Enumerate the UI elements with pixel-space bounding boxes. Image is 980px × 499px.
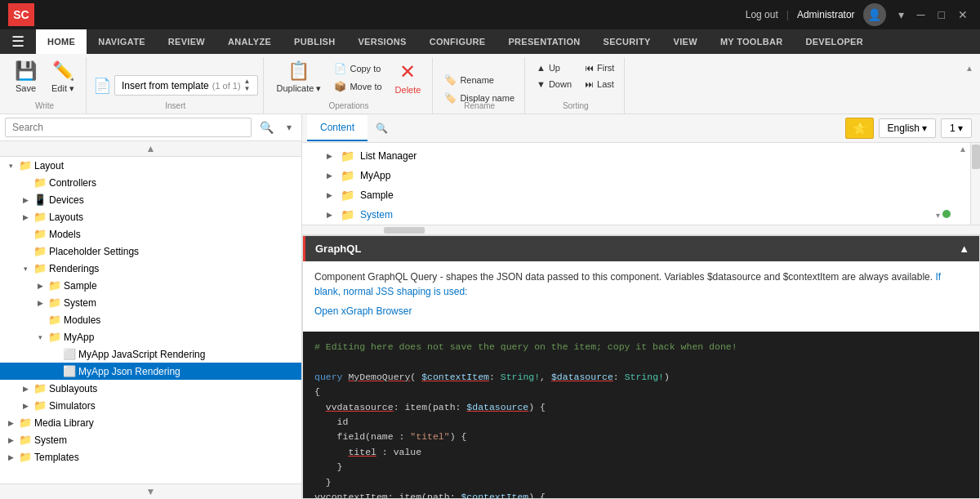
minimize-button[interactable]: ─: [913, 7, 929, 23]
nav-home[interactable]: HOME: [36, 29, 87, 54]
tree-item-myapp-json[interactable]: ⬜ MyApp Json Rendering: [0, 363, 301, 380]
nav-my-toolbar[interactable]: MY TOOLBAR: [709, 29, 795, 54]
save-label: Save: [16, 83, 36, 93]
code-comment: # Editing here does not save the query o…: [314, 341, 737, 352]
tree-item-layout[interactable]: ▾ 📁 Layout: [0, 157, 301, 174]
tree-icon-layouts: 📁: [33, 211, 47, 223]
nav-configure[interactable]: CONFIGURE: [418, 29, 497, 54]
code-inner-brace-close: }: [314, 461, 343, 472]
maximize-button[interactable]: □: [934, 7, 949, 23]
first-button[interactable]: ⏮ First: [580, 60, 619, 75]
code-vvcontextitem: vvcontextItem: item(path: $contextItem) …: [314, 492, 546, 498]
down-button[interactable]: ▼ Down: [532, 77, 577, 91]
open-xgraph-browser-link[interactable]: Open xGraph Browser: [314, 305, 412, 317]
ribbon-nav: ☰ HOME NAVIGATE REVIEW ANALYZE PUBLISH V…: [0, 29, 980, 54]
last-button[interactable]: ⏭ Last: [580, 77, 619, 91]
content-item-myapp[interactable]: ▶ 📁 MyApp: [302, 166, 970, 185]
move-to-icon: 📦: [334, 81, 346, 92]
tree-item-controllers[interactable]: 📁 Controllers: [0, 174, 301, 191]
tree-icon-system-root: 📁: [19, 434, 32, 446]
tree-label-myapp: MyApp: [64, 332, 94, 343]
content-item-system[interactable]: ▶ 📁 System ▾: [302, 205, 970, 225]
label-sample-content: Sample: [360, 189, 394, 201]
search-dropdown-button[interactable]: ▾: [282, 118, 296, 136]
tree-item-layouts[interactable]: ▶ 📁 Layouts: [0, 208, 301, 225]
tree-label-templates: Templates: [34, 452, 79, 463]
arrow-down-icon[interactable]: ▼: [244, 86, 251, 92]
tree-label-layout: Layout: [34, 160, 64, 172]
insert-arrows[interactable]: ▲ ▼: [244, 78, 251, 92]
star-button[interactable]: ⭐: [845, 118, 874, 139]
graphql-editor[interactable]: # Editing here does not save the query o…: [303, 332, 979, 498]
insert-from-template-box[interactable]: Insert from template (1 of 1) ▲ ▼: [114, 75, 258, 96]
dropdown-arrow-icon[interactable]: ▾: [894, 7, 908, 23]
tree-scroll-down[interactable]: ▼: [0, 483, 301, 499]
delete-label: Delete: [395, 85, 421, 95]
graphql-collapse-icon[interactable]: ▲: [959, 243, 969, 255]
tree-label-system: System: [64, 297, 96, 309]
tree-scroll-up[interactable]: ▲: [0, 141, 301, 157]
tree-label-sample: Sample: [64, 280, 97, 292]
content-item-sample[interactable]: ▶ 📁 Sample: [302, 185, 970, 205]
page-selector[interactable]: 1 ▾: [941, 118, 972, 138]
tree-item-system-root[interactable]: ▶ 📁 System: [0, 431, 301, 448]
tree-item-sublayouts[interactable]: ▶ 📁 Sublayouts: [0, 380, 301, 397]
nav-navigate[interactable]: NAVIGATE: [87, 29, 157, 54]
up-icon: ▲: [537, 63, 546, 73]
copy-to-button[interactable]: 📄 Copy to: [329, 60, 386, 77]
save-button[interactable]: 💾 Save: [8, 57, 43, 96]
tree-item-modules[interactable]: 📁 Modules: [0, 311, 301, 328]
tree-item-system[interactable]: ▶ 📁 System: [0, 294, 301, 311]
search-button[interactable]: 🔍: [255, 118, 278, 137]
first-label: First: [597, 63, 614, 73]
tree-label-devices: Devices: [49, 194, 84, 206]
tree-arrow-simulators: ▶: [20, 402, 31, 410]
logout-link[interactable]: Log out: [746, 9, 778, 20]
tree-icon-myapp: 📁: [48, 331, 61, 343]
delete-button[interactable]: ✕ Delete: [389, 57, 428, 98]
rename-group-label: Rename: [434, 101, 524, 110]
hamburger-menu[interactable]: ☰: [0, 29, 36, 54]
duplicate-button[interactable]: 📋 Duplicate ▾: [270, 57, 328, 97]
content-scroll-up[interactable]: ▲: [957, 143, 969, 155]
tab-search-button[interactable]: 🔍: [369, 118, 394, 139]
close-button[interactable]: ✕: [954, 7, 972, 23]
code-query-keyword: query MyDemoQuery( $contextItem: String!…: [314, 372, 670, 382]
collapse-ribbon-button[interactable]: ▲: [962, 60, 977, 76]
tree-item-media-library[interactable]: ▶ 📁 Media Library: [0, 414, 301, 431]
tree-item-devices[interactable]: ▶ 📱 Devices: [0, 191, 301, 208]
nav-presentation[interactable]: PRESENTATION: [497, 29, 591, 54]
nav-view[interactable]: VIEW: [662, 29, 709, 54]
nav-analyze[interactable]: ANALYZE: [216, 29, 283, 54]
tree-item-templates[interactable]: ▶ 📁 Templates: [0, 448, 301, 466]
operations-group-label: Operations: [265, 101, 433, 110]
nav-security[interactable]: SECURITY: [592, 29, 662, 54]
rename-button[interactable]: 🏷️ Rename: [439, 72, 519, 88]
graphql-title: GraphQL: [315, 243, 361, 255]
tree-item-models[interactable]: 📁 Models: [0, 225, 301, 243]
up-button[interactable]: ▲ Up: [532, 60, 577, 75]
arrow-up-icon[interactable]: ▲: [244, 78, 251, 85]
tree-container: ▾ 📁 Layout 📁 Controllers ▶ 📱 Devices ▶ 📁…: [0, 157, 301, 483]
tree-item-simulators[interactable]: ▶ 📁 Simulators: [0, 397, 301, 414]
tree-item-placeholder-settings[interactable]: 📁 Placeholder Settings: [0, 243, 301, 260]
tree-item-renderings[interactable]: ▾ 📁 Renderings: [0, 260, 301, 277]
tree-item-myapp[interactable]: ▾ 📁 MyApp: [0, 328, 301, 345]
tab-content[interactable]: Content: [307, 115, 368, 141]
edit-button[interactable]: ✏️ Edit ▾: [45, 57, 81, 97]
move-to-button[interactable]: 📦 Move to: [329, 78, 386, 95]
nav-developer[interactable]: DEVELOPER: [794, 29, 875, 54]
language-selector[interactable]: English ▾: [879, 118, 936, 138]
search-input[interactable]: [5, 118, 252, 137]
nav-review[interactable]: REVIEW: [157, 29, 216, 54]
nav-publish[interactable]: PUBLISH: [283, 29, 346, 54]
insert-template-label: Insert from template: [122, 80, 209, 91]
horizontal-scrollbar[interactable]: [302, 225, 980, 234]
nav-versions[interactable]: VERSIONS: [346, 29, 417, 54]
duplicate-label: Duplicate ▾: [277, 83, 322, 94]
vertical-scrollbar[interactable]: [970, 143, 980, 234]
tree-item-sample[interactable]: ▶ 📁 Sample: [0, 277, 301, 294]
content-item-list-manager[interactable]: ▶ 📁 List Manager: [302, 146, 970, 166]
tree-item-myapp-js[interactable]: ⬜ MyApp JavaScript Rendering: [0, 345, 301, 363]
label-system-content: System: [360, 209, 393, 221]
